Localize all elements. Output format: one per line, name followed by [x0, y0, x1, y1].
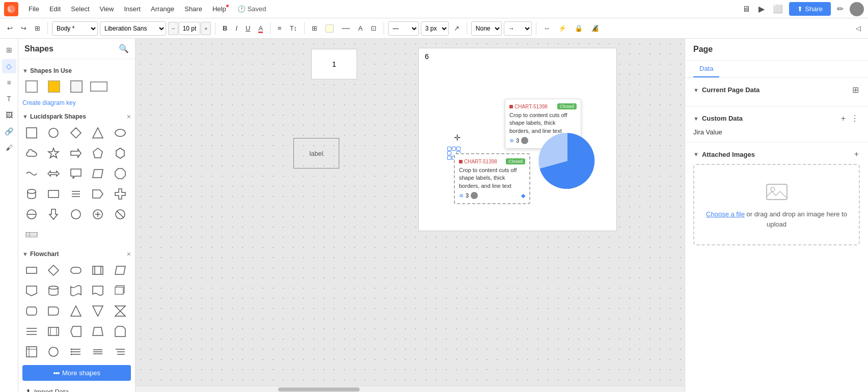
table-insert-button[interactable]: ⊞	[309, 22, 320, 34]
fc-arrow-left[interactable]	[67, 322, 85, 341]
frame-icon-btn[interactable]: ⬜	[771, 2, 785, 16]
shape-step[interactable]	[89, 185, 107, 203]
menu-select[interactable]: Select	[67, 3, 93, 15]
line-style-select[interactable]: —	[388, 21, 419, 36]
font-size-increase[interactable]: +	[201, 22, 211, 35]
redo-button[interactable]: ↪	[18, 22, 30, 34]
arrow-end-select[interactable]: →	[504, 21, 532, 36]
menu-insert[interactable]: Insert	[120, 3, 145, 15]
fc-sort[interactable]	[22, 322, 41, 341]
fc-indent-list[interactable]	[111, 343, 129, 361]
bold-button[interactable]: B	[220, 22, 230, 34]
line-color-button[interactable]	[339, 26, 353, 31]
fc-decision[interactable]	[44, 261, 63, 279]
shape-cloud[interactable]	[22, 144, 41, 162]
fc-data[interactable]	[111, 261, 129, 279]
fc-tape[interactable]	[67, 282, 85, 300]
shape-in-use-yellow-square[interactable]	[45, 77, 63, 96]
attached-images-header[interactable]: ▼ Attached Images +	[693, 149, 860, 160]
menu-share[interactable]: Share	[180, 3, 206, 15]
shape-pentagon[interactable]	[89, 144, 107, 162]
format-button[interactable]: ⊞	[32, 22, 43, 34]
shape-circle[interactable]	[44, 124, 63, 142]
icon-bar-shapes[interactable]: ◇	[2, 59, 16, 73]
shape-in-use-rect[interactable]	[90, 77, 108, 96]
handle-tr[interactable]	[456, 147, 460, 151]
lock2-btn[interactable]: 🔏	[588, 22, 602, 34]
shape-squiggle[interactable]	[22, 164, 41, 183]
italic-button[interactable]: I	[232, 22, 240, 34]
corner-style-btn[interactable]: ↗	[451, 22, 463, 34]
custom-data-add-button[interactable]: +	[840, 113, 847, 124]
autoconnect-btn[interactable]: ⚡	[555, 22, 569, 34]
shapes-in-use-header[interactable]: ▼ Shapes In Use	[22, 67, 131, 74]
fc-display[interactable]	[22, 302, 41, 320]
shape-plus-circle[interactable]	[89, 205, 107, 223]
fc-loop-limit[interactable]	[111, 322, 129, 341]
fc-delay[interactable]	[44, 302, 63, 320]
horizontal-scrollbar[interactable]	[135, 386, 685, 392]
shape-octagon[interactable]	[111, 164, 129, 183]
text-bg-button[interactable]: A	[355, 22, 366, 34]
upload-area[interactable]: Choose a file or drag and drop an image …	[693, 164, 860, 245]
fc-trapezoid[interactable]	[89, 322, 107, 341]
current-page-data-header[interactable]: ▼ Current Page Data ⊞	[693, 84, 860, 96]
icon-bar-layers[interactable]: ≡	[2, 75, 16, 90]
icon-bar-home[interactable]: ⊞	[2, 43, 16, 57]
shape-cancel-circle[interactable]	[111, 205, 129, 223]
flowchart-header[interactable]: ▼ Flowchart ×	[22, 250, 131, 258]
shape-cross[interactable]	[111, 185, 129, 203]
shapes-search-button[interactable]: 🔍	[119, 44, 129, 53]
connection-style-select[interactable]: None	[471, 21, 502, 36]
present-icon-btn[interactable]: ▶	[756, 2, 767, 16]
text-color-button[interactable]: A	[255, 22, 266, 34]
shape-parallelogram[interactable]	[89, 164, 107, 183]
shape-hexagon[interactable]	[111, 144, 129, 162]
shape-list2[interactable]	[22, 226, 41, 244]
icon-bar-image[interactable]: 🖼	[2, 108, 16, 122]
create-diagram-key-link[interactable]: Create diagram key	[22, 99, 76, 106]
shape-in-use-square[interactable]	[22, 77, 41, 96]
more-shapes-button[interactable]: More shapes	[22, 365, 131, 381]
shape-rect-outline[interactable]	[44, 185, 63, 203]
fc-doc[interactable]	[89, 282, 107, 300]
lucidspark-close[interactable]: ×	[127, 113, 131, 121]
collapse-sidebar-btn[interactable]: ◁	[853, 22, 864, 34]
monitor-icon-btn[interactable]: 🖥	[740, 3, 752, 16]
handle-bl[interactable]	[447, 156, 451, 160]
import-data-button[interactable]: ⬆ Import Data	[22, 385, 131, 392]
handle-ml[interactable]	[447, 151, 451, 155]
align-button[interactable]: ≡	[275, 22, 285, 34]
fc-extract[interactable]	[67, 302, 85, 320]
shape-no-entry[interactable]	[22, 205, 41, 223]
menu-edit[interactable]: Edit	[45, 3, 65, 15]
flowchart-close[interactable]: ×	[127, 250, 131, 258]
scrollbar-thumb[interactable]	[278, 387, 360, 391]
undo-button[interactable]: ↩	[4, 22, 16, 34]
upload-link[interactable]: Choose a file	[706, 210, 745, 218]
lucidspark-shapes-header[interactable]: ▼ Lucidspark Shapes ×	[22, 113, 131, 121]
canvas-label-box[interactable]: label	[293, 138, 339, 169]
style-select[interactable]: Body *	[52, 21, 98, 36]
fc-merge[interactable]	[89, 302, 107, 320]
shape-callout[interactable]	[67, 164, 85, 183]
fc-terminal[interactable]	[67, 261, 85, 279]
shape-triangle[interactable]	[89, 124, 107, 142]
lock-btn[interactable]: 🔒	[572, 22, 586, 34]
edit-icon-btn[interactable]: ✏	[835, 2, 846, 16]
attached-images-add-button[interactable]: +	[853, 149, 860, 160]
fc-multi-doc[interactable]	[111, 282, 129, 300]
font-select[interactable]: Liberation Sans	[100, 21, 166, 36]
shape-arrow-right[interactable]	[67, 144, 85, 162]
custom-data-header[interactable]: ▼ Custom Data + ⋮	[693, 113, 860, 124]
shape-star[interactable]	[44, 144, 63, 162]
icon-bar-brush[interactable]: 🖌	[2, 141, 16, 155]
font-size-input[interactable]	[179, 22, 200, 35]
tab-data[interactable]: Data	[693, 61, 719, 77]
menu-help[interactable]: Help	[208, 3, 230, 15]
fc-offpage[interactable]	[22, 282, 41, 300]
current-page-data-table-icon[interactable]: ⊞	[851, 84, 860, 96]
pie-chart[interactable]	[537, 130, 598, 191]
waypoint-btn[interactable]: ↔	[540, 22, 553, 34]
shape-in-use-light-square[interactable]	[67, 77, 86, 96]
